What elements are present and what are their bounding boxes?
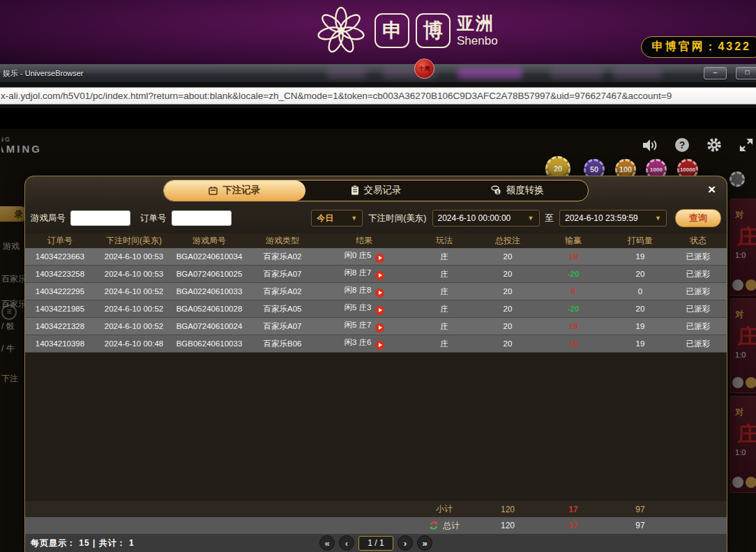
blurred-nav-item	[326, 68, 367, 79]
first-page-button[interactable]: «	[319, 535, 335, 551]
result-cell: 闲5 庄7	[319, 320, 409, 332]
table-cell: 已派彩	[670, 339, 727, 349]
table-row: 140342236632024-6-10 00:53BGA02240610034…	[25, 248, 727, 266]
blurred-nav-item	[457, 68, 523, 79]
order-number-input[interactable]	[172, 210, 232, 226]
result-cell: 闲3 庄6	[319, 337, 409, 350]
win-cell: 19	[536, 339, 611, 348]
screen: 申 博 亚洲 Shenbo 申博官网：4322 十周 娱乐 - Universe…	[0, 0, 756, 552]
table-row: 140342222952024-6-10 00:52BGA02240610033…	[25, 283, 727, 300]
table-cell: 庄	[409, 339, 480, 349]
table-cell: BGA07240610025	[173, 270, 245, 278]
date-range-select[interactable]: 今日▼	[311, 210, 363, 227]
settings-gear-icon[interactable]	[706, 137, 723, 153]
play-video-icon[interactable]	[375, 323, 384, 332]
browser-urlband: x-ali.ydjol.com/h5V01/pc/index.html?retu…	[0, 82, 756, 108]
play-video-icon[interactable]	[375, 271, 384, 280]
refresh-swap-icon[interactable]	[429, 521, 439, 530]
minimize-button[interactable]: –	[704, 67, 727, 79]
order-number-label: 订单号	[140, 213, 167, 224]
blurred-nav-item	[550, 68, 604, 79]
round-number-input[interactable]	[70, 210, 130, 226]
table-cell: BGA07240610024	[173, 322, 245, 330]
provider-logo: GAMING GAMING	[1, 136, 42, 155]
prev-page-button[interactable]: ‹	[339, 535, 354, 551]
table-cell: 百家乐B06	[245, 339, 319, 349]
table-cell: 庄	[409, 321, 480, 332]
close-icon[interactable]: ×	[708, 182, 716, 197]
table-cell: 已派彩	[670, 286, 727, 297]
win-cell: 19	[536, 252, 611, 261]
table-cell: 庄	[409, 269, 480, 279]
date-from-select[interactable]: 2024-6-10 00:00:00▼	[432, 210, 540, 227]
column-header: 下注时间(美东)	[95, 235, 173, 247]
subtotal-bet: 120	[480, 505, 536, 514]
table-cell: 20	[480, 305, 536, 313]
table-cell: 庄	[409, 252, 480, 262]
official-site-pill: 申博官网：4322	[641, 36, 756, 58]
table-cell: 14034223258	[25, 270, 95, 278]
date-to-select[interactable]: 2024-6-10 23:59:59▼	[559, 210, 667, 227]
maximize-button[interactable]: □	[736, 67, 756, 79]
win-cell: -20	[536, 305, 611, 313]
table-row: 140342103982024-6-10 00:48BGB06240610033…	[25, 335, 727, 353]
table-cell: 2024-6-10 00:53	[95, 270, 173, 278]
table-cell: BGB06240610033	[173, 339, 245, 348]
chip-settings-icon[interactable]	[729, 171, 745, 187]
play-video-icon[interactable]	[375, 341, 384, 350]
column-header: 玩法	[409, 235, 480, 247]
chevron-down-icon: ▼	[351, 215, 357, 222]
table-cell: 2024-6-10 00:52	[95, 305, 173, 313]
table-empty-area	[25, 353, 727, 501]
result-cell: 闲8 庄8	[319, 285, 409, 298]
table-cell: 20	[611, 305, 670, 313]
table-cell: BGA02240610034	[173, 252, 245, 261]
page-indicator: 1 / 1	[358, 536, 393, 551]
total-label: 总计	[443, 520, 460, 532]
total-turnover: 97	[611, 521, 670, 530]
site-header: 申 博 亚洲 Shenbo 申博官网：4322	[0, 0, 756, 64]
subtotal-label: 小计	[409, 503, 480, 515]
table-cell: 20	[480, 322, 536, 330]
url-input[interactable]: x-ali.ydjol.com/h5V01/pc/index.html?retu…	[0, 87, 756, 105]
next-page-button[interactable]: ›	[398, 535, 413, 551]
table-cell: 20	[480, 339, 536, 348]
pagination-info: 每页显示： 15 | 共计： 1	[25, 537, 135, 549]
last-page-button[interactable]: »	[417, 535, 432, 551]
table-body: 140342236632024-6-10 00:53BGA02240610034…	[25, 248, 727, 353]
logo-region-text: 亚洲	[457, 15, 498, 32]
subtotal-win: 17	[536, 505, 611, 514]
browser-titlebar: 娱乐 - UniverseBrowser – □	[0, 64, 756, 82]
play-video-icon[interactable]	[375, 254, 384, 263]
coins-icon: $	[491, 185, 501, 195]
table-cell: BGA02240610033	[173, 287, 245, 296]
bet-records-modal: 下注记录 交易记录 $ 额度转换	[24, 176, 727, 552]
tab-credit-transfer[interactable]: $ 额度转换	[446, 181, 588, 201]
table-header: 订单号下注时间(美东)游戏局号游戏类型结果玩法总投注输赢打码量状态	[25, 233, 727, 248]
window-title: 娱乐 - UniverseBrowser	[3, 68, 84, 79]
play-video-icon[interactable]	[375, 306, 384, 315]
fullscreen-icon[interactable]	[738, 137, 755, 153]
tab-bet-records[interactable]: 下注记录	[164, 181, 305, 201]
table-cell: 百家乐A05	[245, 304, 319, 314]
play-video-icon[interactable]	[375, 289, 384, 298]
column-header: 游戏类型	[245, 235, 319, 247]
help-icon[interactable]: ?	[674, 137, 690, 153]
tab-transaction-records[interactable]: 交易记录	[305, 181, 447, 201]
table-cell: 14034210398	[25, 339, 95, 348]
volume-icon[interactable]	[642, 137, 658, 153]
table-row: 140342219852024-6-10 00:52BGA05240610028…	[25, 300, 727, 318]
bet-time-label: 下注时间(美东)	[368, 213, 426, 224]
chevron-down-icon: ▼	[528, 215, 534, 222]
column-header: 打码量	[611, 235, 670, 247]
result-cell: 闲0 庄5	[319, 250, 409, 263]
win-cell: 19	[536, 322, 611, 330]
table-cell: 2024-6-10 00:48	[95, 339, 173, 348]
table-cell: 14034223663	[25, 252, 95, 261]
to-label: 至	[545, 213, 554, 224]
table-cell: 14034221985	[25, 305, 95, 313]
total-win: 17	[536, 521, 611, 530]
table-cell: 2024-6-10 00:53	[95, 252, 173, 261]
table-cell: 20	[480, 252, 536, 261]
search-button[interactable]: 查询	[675, 209, 721, 227]
